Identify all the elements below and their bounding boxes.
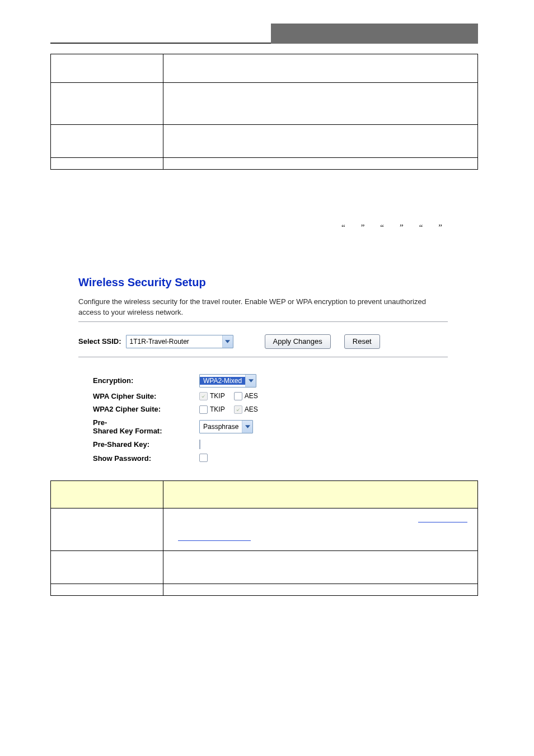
wpa-cipher-label: WPA Cipher Suite: xyxy=(93,392,199,401)
chevron-down-icon xyxy=(222,335,233,348)
t1-r1-label xyxy=(51,83,163,125)
encryption-label: Encryption: xyxy=(93,376,199,385)
t2-r3-label xyxy=(51,584,163,595)
t1-r0-label xyxy=(51,54,163,83)
wpa2-cipher-label: WPA2 Cipher Suite: xyxy=(93,405,199,414)
wpa2-tkip-label: TKIP xyxy=(210,405,225,413)
quote-marks: “”“”“” xyxy=(334,220,450,235)
chevron-down-icon xyxy=(242,421,252,433)
wpa-tkip-checkbox[interactable] xyxy=(199,392,208,400)
psk-format-select[interactable]: Passphrase xyxy=(199,420,253,433)
encryption-select-value: WPA2-Mixed xyxy=(200,377,245,385)
header-underline xyxy=(50,22,271,44)
t1-r2-desc xyxy=(163,125,478,158)
psk-format-value: Passphrase xyxy=(200,423,242,431)
divider xyxy=(78,321,448,322)
t2-header-label xyxy=(51,480,163,508)
wireless-security-screenshot: Wireless Security Setup Configure the wi… xyxy=(78,276,472,464)
wpa2-aes-checkbox[interactable] xyxy=(234,405,242,414)
t2-r3-desc xyxy=(163,584,478,595)
page-header-bar xyxy=(50,22,478,44)
t1-r2-label xyxy=(51,125,163,158)
t1-r1-desc xyxy=(163,83,478,125)
wpa-aes-checkbox[interactable] xyxy=(234,392,242,400)
link-underline[interactable] xyxy=(178,540,251,541)
section-intro-text: “”“”“” xyxy=(62,198,472,254)
select-ssid-label: Select SSID: xyxy=(78,337,121,346)
wpa-tkip-label: TKIP xyxy=(210,392,225,400)
header-grey-block xyxy=(271,24,478,44)
psk-input[interactable] xyxy=(199,440,200,449)
ssid-select[interactable]: 1T1R-Travel-Router xyxy=(126,335,233,348)
t2-r1-label xyxy=(51,508,163,550)
encryption-select[interactable]: WPA2-Mixed xyxy=(199,374,256,388)
show-password-checkbox[interactable] xyxy=(199,454,208,462)
wpa-aes-label: AES xyxy=(245,392,258,400)
link-underline[interactable] xyxy=(418,522,467,522)
page-description: Configure the wireless security for the … xyxy=(78,297,448,318)
psk-format-label: Pre- Shared Key Format: xyxy=(93,418,199,436)
ssid-select-value: 1T1R-Travel-Router xyxy=(127,338,193,346)
psk-label: Pre-Shared Key: xyxy=(93,440,199,449)
reset-button[interactable]: Reset xyxy=(344,334,380,349)
show-password-label: Show Password: xyxy=(93,454,199,463)
wpa2-aes-label: AES xyxy=(245,405,258,413)
t2-r1-desc xyxy=(163,508,478,550)
params-table-lower xyxy=(50,480,478,596)
chevron-down-icon xyxy=(245,375,256,387)
t2-r2-desc xyxy=(163,550,478,584)
page-title: Wireless Security Setup xyxy=(78,276,472,289)
apply-changes-button[interactable]: Apply Changes xyxy=(265,334,331,349)
t1-r3-desc xyxy=(163,158,478,170)
t1-r3-label xyxy=(51,158,163,170)
t2-header-desc xyxy=(163,480,478,508)
t2-r2-label xyxy=(51,550,163,584)
params-table-upper xyxy=(50,54,478,170)
t1-r0-desc xyxy=(163,54,478,83)
divider xyxy=(78,357,448,357)
wpa2-tkip-checkbox[interactable] xyxy=(199,405,208,414)
